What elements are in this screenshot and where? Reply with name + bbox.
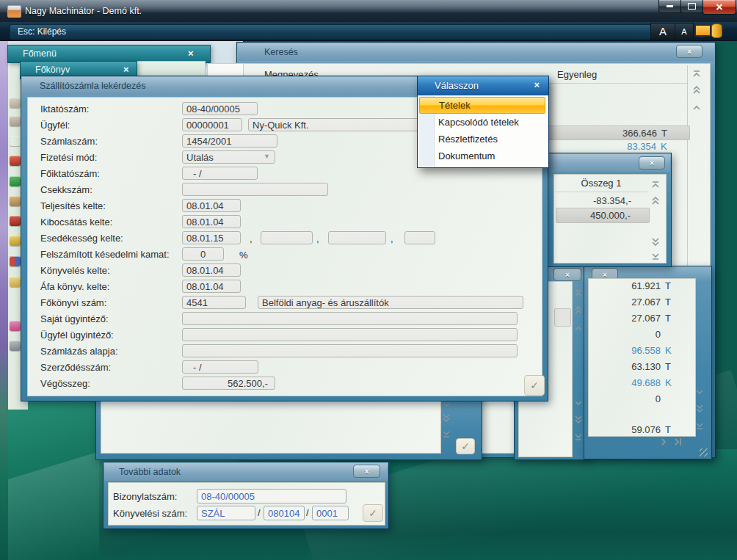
close-button[interactable]: × xyxy=(702,0,736,15)
menu-icon[interactable] xyxy=(10,236,21,246)
scroll-to-top-icon[interactable] xyxy=(691,70,702,78)
font-size-large-button[interactable]: A xyxy=(650,23,675,40)
app-titlebar[interactable]: Nagy Machinátor - Demó kft. xyxy=(0,0,737,23)
last-page-icon[interactable] xyxy=(674,437,683,447)
osszeg-close-button[interactable]: × xyxy=(639,156,665,170)
foiktatoszam-field[interactable]: - / xyxy=(182,167,258,180)
dialog-confirm-button[interactable]: ✓ xyxy=(524,375,545,396)
scroll-page-down-icon[interactable] xyxy=(441,414,451,423)
menu-item-reszletfizetes[interactable]: Részletfizetés xyxy=(419,131,545,148)
kesedelmi-kamat-label: Felszámított késedelmi kamat: xyxy=(40,249,170,260)
vegosszeg-field[interactable]: 562.500,- xyxy=(182,377,275,390)
menu-icon[interactable] xyxy=(10,341,21,351)
selected-cell[interactable] xyxy=(554,308,571,327)
minimize-button[interactable] xyxy=(658,0,681,13)
kesedelmi-kamat-field[interactable]: 0 xyxy=(182,247,224,261)
konyvelesi-datum-field[interactable]: 080104 xyxy=(264,506,305,520)
fomenu-close-icon[interactable]: × xyxy=(188,48,194,59)
fokonyvi-szam-field[interactable]: 4541 xyxy=(182,296,246,309)
amount-row[interactable]: 0 xyxy=(589,392,695,408)
szerzodesszam-field[interactable]: - / xyxy=(182,360,258,374)
scroll-to-top-icon[interactable] xyxy=(573,289,584,297)
resize-grip[interactable] xyxy=(700,448,708,457)
konyvelesi-tipus-field[interactable]: SZÁL xyxy=(197,506,255,520)
menu-icon[interactable] xyxy=(10,321,21,331)
osszeg-row[interactable]: -83.354,- xyxy=(556,194,648,207)
amount-row[interactable]: 27.067T xyxy=(589,311,695,327)
menu-item-tetelek[interactable]: Tételek xyxy=(419,97,545,114)
ugyfel-code-field[interactable]: 00000001 xyxy=(182,118,242,131)
window-close-button[interactable]: × xyxy=(553,268,581,281)
scroll-to-bottom-icon[interactable] xyxy=(573,433,584,441)
tovabbi-title: További adatok xyxy=(119,467,181,477)
csekkszam-field[interactable] xyxy=(182,183,328,196)
iktatoszam-field[interactable]: 08-40/00005 xyxy=(182,102,258,115)
ugyfel-ugyintezo-field[interactable] xyxy=(182,328,518,341)
amount-row[interactable]: 49.688K xyxy=(589,376,695,392)
afa-konyv-kelte-field[interactable]: 08.01.04 xyxy=(182,280,241,293)
menu-icon[interactable] xyxy=(10,116,21,126)
menu-item-dokumentum[interactable]: Dokumentum xyxy=(419,148,545,164)
fokonyv-close-icon[interactable]: × xyxy=(123,64,129,75)
menu-icon[interactable] xyxy=(10,136,21,146)
scroll-page-down-icon[interactable] xyxy=(694,404,705,413)
scroll-page-up-icon[interactable] xyxy=(573,306,584,315)
amount-row[interactable]: 61.921T xyxy=(589,279,695,295)
scroll-down-icon[interactable] xyxy=(694,388,705,396)
scroll-to-bottom-icon[interactable] xyxy=(650,252,661,261)
monitor-icon[interactable] xyxy=(694,24,711,37)
scroll-to-bottom-icon[interactable] xyxy=(694,422,705,430)
menu-icon[interactable] xyxy=(10,277,21,287)
next-page-icon[interactable] xyxy=(660,437,668,447)
fizetesi-mod-select[interactable]: Utalás xyxy=(182,150,275,164)
amount-row[interactable]: 96.558K xyxy=(589,343,695,360)
menu-icon[interactable] xyxy=(10,256,21,266)
scroll-up-icon[interactable] xyxy=(691,103,702,112)
konyvelesi-sorszam-field[interactable]: 0001 xyxy=(312,506,349,520)
scroll-page-up-icon[interactable] xyxy=(650,197,661,206)
szamlaszam-field[interactable]: 1454/2001 xyxy=(182,134,277,148)
osszeg-row[interactable]: 450.000,- xyxy=(556,208,650,223)
szamlazas-alapja-field[interactable] xyxy=(182,344,518,357)
column-header-egyenleg[interactable]: Egyenleg xyxy=(557,69,597,80)
konyveles-kelte-field[interactable]: 08.01.04 xyxy=(182,263,241,277)
scroll-page-down-icon[interactable] xyxy=(650,238,661,247)
esedekesseg-kelte-field-3[interactable] xyxy=(328,231,386,244)
teljesites-kelte-field[interactable]: 08.01.04 xyxy=(182,199,241,212)
tovabbi-confirm-button[interactable]: ✓ xyxy=(363,504,383,522)
scroll-down-icon[interactable] xyxy=(573,399,584,407)
valasszon-close-icon[interactable]: × xyxy=(534,79,540,90)
confirm-button[interactable]: ✓ xyxy=(456,438,475,454)
tovabbi-titlebar[interactable]: További adatok xyxy=(104,463,388,481)
menu-item-kapcsolodo-tetelek[interactable]: Kapcsolódó tételek xyxy=(419,114,545,131)
scroll-to-top-icon[interactable] xyxy=(650,181,661,189)
amount-row[interactable]: 27.067T xyxy=(589,295,695,311)
kereses-titlebar[interactable]: Keresés xyxy=(238,43,714,61)
sajat-ugyintezo-field[interactable] xyxy=(182,312,518,325)
fokonyvi-nev-field[interactable]: Belföldi anyag- és áruszállítók xyxy=(258,296,523,309)
tovabbi-close-button[interactable]: × xyxy=(353,465,380,478)
scroll-page-down-icon[interactable] xyxy=(573,415,584,424)
esedekesseg-kelte-field[interactable]: 08.01.15 xyxy=(182,231,241,244)
bizonylatszam-field[interactable]: 08-40/00005 xyxy=(197,489,346,503)
font-size-small-button[interactable]: A xyxy=(675,23,694,40)
kereses-close-button[interactable]: × xyxy=(676,45,702,58)
scroll-down-icon[interactable] xyxy=(441,401,451,409)
menu-icon[interactable] xyxy=(10,196,21,206)
amount-row[interactable] xyxy=(589,408,695,424)
valasszon-titlebar[interactable]: Válasszon × xyxy=(418,76,548,95)
esedekesseg-kelte-field-4[interactable] xyxy=(404,231,435,244)
amount-row[interactable]: 63.130T xyxy=(589,360,695,376)
menu-icon[interactable] xyxy=(10,176,21,186)
menu-icon[interactable] xyxy=(10,156,21,166)
maximize-button[interactable] xyxy=(680,0,703,13)
scroll-up-icon[interactable] xyxy=(573,324,584,332)
database-icon[interactable] xyxy=(711,23,722,38)
kibocsatas-kelte-field[interactable]: 08.01.04 xyxy=(182,215,241,228)
menu-icon[interactable] xyxy=(10,98,21,108)
menu-icon[interactable] xyxy=(10,216,21,226)
scroll-page-up-icon[interactable] xyxy=(691,86,702,95)
scroll-to-bottom-icon[interactable] xyxy=(441,430,451,438)
amount-row[interactable]: 0 xyxy=(589,327,695,343)
esedekesseg-kelte-field-2[interactable] xyxy=(261,231,313,244)
